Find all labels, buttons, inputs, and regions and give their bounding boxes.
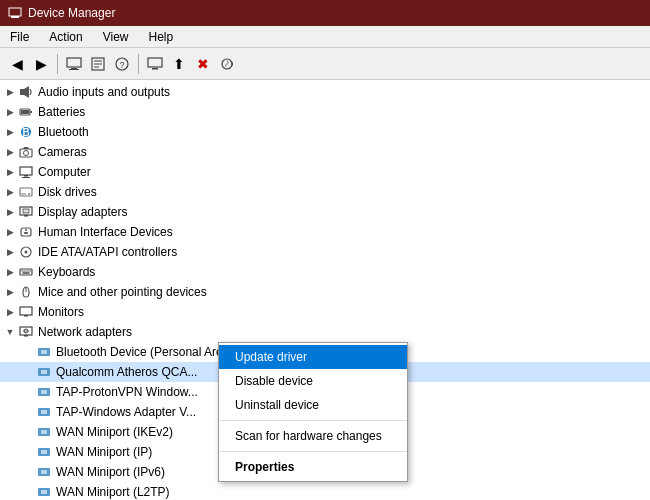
svg-rect-32 xyxy=(24,215,28,217)
tree-label-batteries: Batteries xyxy=(38,105,85,119)
tree-label-audio: Audio inputs and outputs xyxy=(38,85,170,99)
toolbar-help[interactable]: ? xyxy=(111,53,133,75)
tree-label-network: Network adapters xyxy=(38,325,132,339)
tree-icon-batteries xyxy=(18,104,34,120)
tree-toggle-diskdrives[interactable]: ▶ xyxy=(2,184,18,200)
tree-label-hid: Human Interface Devices xyxy=(38,225,173,239)
tree-icon-keyboards xyxy=(18,264,34,280)
tree-label-mice: Mice and other pointing devices xyxy=(38,285,207,299)
toolbar: ◀ ▶ ? ⬆ ✖ xyxy=(0,48,650,80)
tree-toggle-keyboards[interactable]: ▶ xyxy=(2,264,18,280)
svg-rect-62 xyxy=(38,408,50,416)
svg-point-23 xyxy=(24,151,29,156)
tree-icon-diskdrives xyxy=(18,184,34,200)
tree-label-qualcomm: Qualcomm Atheros QCA... xyxy=(56,365,197,379)
tree-item-diskdrives[interactable]: ▶ Disk drives xyxy=(0,182,650,202)
title-bar: Device Manager xyxy=(0,0,650,26)
toolbar-disable[interactable]: ✖ xyxy=(192,53,214,75)
svg-rect-56 xyxy=(38,368,50,376)
svg-rect-12 xyxy=(152,68,158,70)
tree-label-diskdrives: Disk drives xyxy=(38,185,97,199)
svg-rect-28 xyxy=(20,188,32,196)
tree-icon-wan-ip xyxy=(36,444,52,460)
tree-toggle-network[interactable]: ▼ xyxy=(2,324,18,340)
svg-text:B: B xyxy=(22,127,29,138)
toolbar-computer[interactable] xyxy=(63,53,85,75)
menu-view[interactable]: View xyxy=(99,29,133,45)
tree-icon-wan-ipv6 xyxy=(36,464,52,480)
svg-rect-18 xyxy=(30,111,32,113)
tree-toggle-bluetooth[interactable]: ▶ xyxy=(2,124,18,140)
svg-rect-36 xyxy=(24,232,28,234)
toolbar-monitor[interactable] xyxy=(144,53,166,75)
tree-item-ide[interactable]: ▶ IDE ATA/ATAPI controllers xyxy=(0,242,650,262)
tree-toggle-cameras[interactable]: ▶ xyxy=(2,144,18,160)
menu-bar: File Action View Help xyxy=(0,26,650,48)
tree-icon-computer xyxy=(18,164,34,180)
menu-action[interactable]: Action xyxy=(45,29,86,45)
tree-toggle-wan-l2tp xyxy=(20,484,36,500)
tree-toggle-mice[interactable]: ▶ xyxy=(2,284,18,300)
toolbar-scan[interactable] xyxy=(216,53,238,75)
context-menu-update-driver[interactable]: Update driver xyxy=(219,345,407,369)
svg-rect-27 xyxy=(22,177,30,178)
menu-help[interactable]: Help xyxy=(145,29,178,45)
svg-rect-53 xyxy=(38,348,50,356)
svg-rect-1 xyxy=(11,16,19,18)
tree-toggle-ide[interactable]: ▶ xyxy=(2,244,18,260)
svg-rect-48 xyxy=(24,315,28,317)
tree-item-audio[interactable]: ▶ Audio inputs and outputs xyxy=(0,82,650,102)
context-menu-properties[interactable]: Properties xyxy=(219,455,407,479)
toolbar-update[interactable]: ⬆ xyxy=(168,53,190,75)
tree-toggle-wan-ipv6 xyxy=(20,464,36,480)
tree-item-batteries[interactable]: ▶ Batteries xyxy=(0,102,650,122)
tree-toggle-display[interactable]: ▶ xyxy=(2,204,18,220)
tree-toggle-tap-win xyxy=(20,404,36,420)
tree-icon-display xyxy=(18,204,34,220)
tree-icon-tap-proton xyxy=(36,384,52,400)
tree-toggle-bt-pan xyxy=(20,344,36,360)
context-menu-disable-device[interactable]: Disable device xyxy=(219,369,407,393)
svg-rect-39 xyxy=(20,269,32,275)
tree-toggle-monitors[interactable]: ▶ xyxy=(2,304,18,320)
context-menu-uninstall-device[interactable]: Uninstall device xyxy=(219,393,407,417)
tree-item-keyboards[interactable]: ▶ Keyboards xyxy=(0,262,650,282)
toolbar-forward[interactable]: ▶ xyxy=(30,53,52,75)
tree-item-computer[interactable]: ▶ Computer xyxy=(0,162,650,182)
svg-rect-47 xyxy=(20,307,32,315)
context-menu: Update driver Disable device Uninstall d… xyxy=(218,342,408,482)
tree-item-display[interactable]: ▶ Display adapters xyxy=(0,202,650,222)
tree-icon-wan-ikev2 xyxy=(36,424,52,440)
context-menu-sep1 xyxy=(219,420,407,421)
tree-icon-qualcomm xyxy=(36,364,52,380)
tree-item-bluetooth[interactable]: ▶ B Bluetooth xyxy=(0,122,650,142)
context-menu-scan-hardware[interactable]: Scan for hardware changes xyxy=(219,424,407,448)
tree-item-wan-l2tp[interactable]: WAN Miniport (L2TP) xyxy=(0,482,650,500)
tree-toggle-hid[interactable]: ▶ xyxy=(2,224,18,240)
svg-rect-74 xyxy=(38,488,50,496)
svg-point-38 xyxy=(25,251,28,254)
tree-toggle-computer[interactable]: ▶ xyxy=(2,164,18,180)
title-bar-title: Device Manager xyxy=(28,6,115,20)
tree-toggle-audio[interactable]: ▶ xyxy=(2,84,18,100)
tree-item-hid[interactable]: ▶ Human Interface Devices xyxy=(0,222,650,242)
tree-toggle-batteries[interactable]: ▶ xyxy=(2,104,18,120)
tree-item-cameras[interactable]: ▶ Cameras xyxy=(0,142,650,162)
svg-rect-33 xyxy=(23,209,29,213)
tree-item-network[interactable]: ▼ Network adapters xyxy=(0,322,650,342)
tree-icon-network xyxy=(18,324,34,340)
svg-rect-2 xyxy=(67,58,81,67)
tree-label-tap-proton: TAP-ProtonVPN Window... xyxy=(56,385,198,399)
tree-label-keyboards: Keyboards xyxy=(38,265,95,279)
tree-item-monitors[interactable]: ▶ Monitors xyxy=(0,302,650,322)
svg-rect-19 xyxy=(21,110,29,114)
tree-label-display: Display adapters xyxy=(38,205,127,219)
tree-icon-hid xyxy=(18,224,34,240)
toolbar-back[interactable]: ◀ xyxy=(6,53,28,75)
toolbar-properties[interactable] xyxy=(87,53,109,75)
tree-icon-monitors xyxy=(18,304,34,320)
tree-icon-tap-win xyxy=(36,404,52,420)
tree-item-mice[interactable]: ▶ Mice and other pointing devices xyxy=(0,282,650,302)
svg-text:?: ? xyxy=(119,60,124,70)
menu-file[interactable]: File xyxy=(6,29,33,45)
